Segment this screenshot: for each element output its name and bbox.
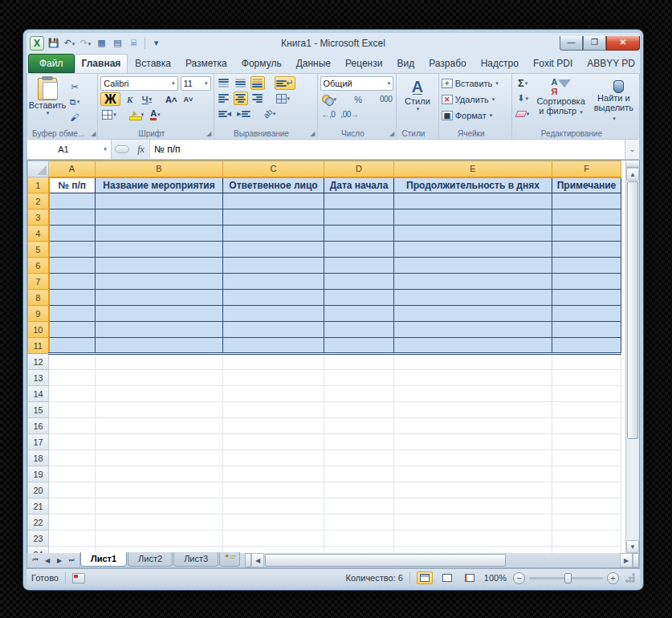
cell-B22[interactable] bbox=[96, 514, 223, 531]
tab-page-layout[interactable]: Разметка bbox=[178, 54, 234, 73]
cell-E21[interactable] bbox=[394, 498, 552, 514]
macro-record-icon[interactable] bbox=[72, 573, 85, 583]
cell-C19[interactable] bbox=[223, 466, 324, 482]
cell-C16[interactable] bbox=[223, 418, 324, 434]
orientation-button[interactable]: ab▾ bbox=[262, 107, 278, 120]
cell-A15[interactable] bbox=[49, 402, 96, 418]
align-left-button[interactable] bbox=[217, 91, 231, 105]
fill-button[interactable]: ⬇▾ bbox=[515, 91, 531, 105]
cell-C21[interactable] bbox=[223, 498, 324, 514]
format-painter-icon[interactable]: 🖌 bbox=[67, 111, 82, 124]
tab-home[interactable]: Главная bbox=[75, 54, 128, 73]
undo-icon[interactable]: ↶▾ bbox=[63, 36, 76, 50]
cell-A10[interactable] bbox=[49, 322, 96, 338]
horizontal-scroll-thumb[interactable] bbox=[265, 554, 506, 567]
column-header-F[interactable]: F bbox=[552, 161, 621, 177]
cell-D21[interactable] bbox=[324, 498, 394, 514]
tab-review[interactable]: Рецензи bbox=[338, 54, 389, 73]
sort-filter-button[interactable]: АЯ Сортировка и фильтр ▾ bbox=[533, 76, 588, 128]
cell-E2[interactable] bbox=[394, 193, 552, 209]
cell-F15[interactable] bbox=[552, 402, 621, 418]
insert-function-icon[interactable]: fx bbox=[132, 140, 150, 159]
cell-D9[interactable] bbox=[324, 306, 394, 322]
cell-E6[interactable] bbox=[394, 258, 552, 274]
cell-C10[interactable] bbox=[223, 322, 324, 338]
cell-C14[interactable] bbox=[223, 386, 324, 402]
cell-C8[interactable] bbox=[223, 290, 324, 306]
cell-F21[interactable] bbox=[552, 498, 621, 514]
cell-F3[interactable] bbox=[552, 209, 621, 226]
borders-button[interactable]: ▾ bbox=[100, 108, 118, 121]
cell-C5[interactable] bbox=[223, 242, 324, 258]
row-header-19[interactable]: 19 bbox=[28, 466, 49, 482]
row-header-13[interactable]: 13 bbox=[28, 370, 49, 386]
cell-D23[interactable] bbox=[324, 531, 394, 547]
cell-D17[interactable] bbox=[324, 434, 394, 450]
paste-button[interactable]: Вставить▾ bbox=[30, 76, 65, 128]
cell-C7[interactable] bbox=[223, 274, 324, 290]
cell-F16[interactable] bbox=[552, 418, 621, 434]
cell-D24[interactable] bbox=[324, 547, 394, 554]
name-box[interactable]: A1 ▾ bbox=[27, 140, 112, 159]
delete-cells-button[interactable]: ✕Удалить▾ bbox=[442, 92, 509, 107]
row-header-14[interactable]: 14 bbox=[28, 386, 49, 402]
find-select-button[interactable]: Найти и выделить ▾ bbox=[591, 76, 637, 128]
column-header-E[interactable]: E bbox=[394, 161, 552, 177]
cell-E16[interactable] bbox=[394, 418, 552, 434]
clear-button[interactable]: ▾ bbox=[515, 107, 531, 120]
page-break-view-button[interactable] bbox=[462, 571, 478, 584]
cell-E5[interactable] bbox=[394, 242, 552, 258]
autosum-button[interactable]: Σ▾ bbox=[515, 76, 531, 90]
align-center-button[interactable] bbox=[234, 91, 248, 105]
cell-F4[interactable] bbox=[552, 226, 621, 242]
cell-C4[interactable] bbox=[223, 226, 324, 242]
cell-E20[interactable] bbox=[394, 482, 552, 498]
cell-D10[interactable] bbox=[324, 322, 394, 338]
row-header-9[interactable]: 9 bbox=[28, 306, 49, 322]
tab-abbyy[interactable]: ABBYY PD bbox=[580, 54, 642, 73]
zoom-in-icon[interactable]: + bbox=[607, 572, 619, 584]
cell-B18[interactable] bbox=[96, 450, 223, 466]
tab-formulas[interactable]: Формуль bbox=[234, 54, 289, 73]
cell-E11[interactable] bbox=[394, 338, 552, 354]
cell-B7[interactable] bbox=[96, 274, 223, 290]
cell-E9[interactable] bbox=[394, 306, 552, 322]
cell-F12[interactable] bbox=[552, 354, 621, 370]
cell-B9[interactable] bbox=[96, 306, 223, 322]
cell-F18[interactable] bbox=[552, 450, 621, 466]
row-header-16[interactable]: 16 bbox=[28, 418, 49, 434]
calculator-icon[interactable]: ⌸ bbox=[127, 36, 141, 50]
scroll-left-icon[interactable]: ◀ bbox=[251, 553, 264, 567]
vertical-scrollbar[interactable]: ▲ ▼ bbox=[625, 161, 639, 553]
tab-file[interactable]: Файл bbox=[28, 54, 75, 73]
cell-E8[interactable] bbox=[394, 290, 552, 306]
cell-C1[interactable]: Ответвенное лицо bbox=[223, 177, 324, 193]
cell-A13[interactable] bbox=[49, 370, 96, 386]
cell-B16[interactable] bbox=[96, 418, 223, 434]
next-sheet-icon[interactable]: ▶ bbox=[54, 557, 65, 564]
cell-E18[interactable] bbox=[394, 450, 552, 466]
cell-A4[interactable] bbox=[49, 226, 96, 242]
insert-cells-button[interactable]: +Вставить▾ bbox=[442, 76, 509, 91]
row-header-2[interactable]: 2 bbox=[28, 193, 49, 209]
cell-E14[interactable] bbox=[394, 386, 552, 402]
save-icon[interactable]: 💾 bbox=[47, 36, 60, 50]
cell-D2[interactable] bbox=[324, 193, 394, 209]
cell-A1[interactable]: № п/п bbox=[49, 177, 96, 193]
merge-center-button[interactable]: ▾ bbox=[275, 91, 292, 105]
cell-F11[interactable] bbox=[552, 338, 621, 354]
name-box-dropdown-icon[interactable]: ▾ bbox=[100, 146, 111, 152]
restore-button[interactable]: ❐ bbox=[583, 36, 606, 51]
cell-A17[interactable] bbox=[49, 434, 96, 450]
underline-button[interactable]: Ч▾ bbox=[140, 92, 154, 106]
zoom-level[interactable]: 100% bbox=[484, 573, 507, 583]
font-dialog-launcher[interactable]: ◢ bbox=[206, 130, 211, 137]
cell-B19[interactable] bbox=[96, 466, 223, 482]
cell-A22[interactable] bbox=[49, 514, 96, 531]
cell-A20[interactable] bbox=[49, 482, 96, 498]
number-format-select[interactable]: Общий▾ bbox=[320, 76, 394, 91]
cell-A8[interactable] bbox=[49, 290, 96, 306]
row-header-23[interactable]: 23 bbox=[28, 531, 49, 547]
cell-A9[interactable] bbox=[49, 306, 96, 322]
cell-F23[interactable] bbox=[552, 531, 621, 547]
